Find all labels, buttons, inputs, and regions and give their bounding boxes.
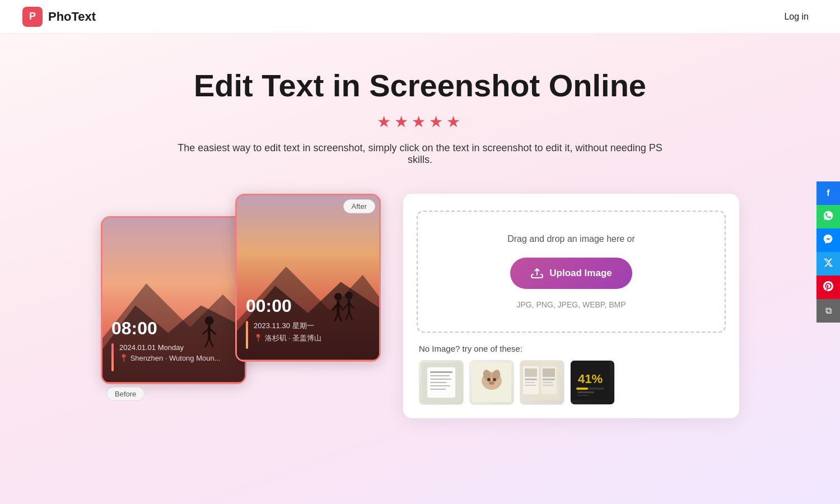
file-types-text: JPG, PNG, JPEG, WEBP, BMP [429, 300, 713, 309]
svg-rect-47 [543, 379, 555, 380]
no-image-label: No Image? try one of these: [419, 344, 724, 353]
svg-rect-43 [525, 379, 537, 380]
pinterest-share-button[interactable] [816, 276, 840, 299]
sample-image-2[interactable] [469, 360, 514, 405]
hero-title: Edit Text in Screenshot Online [194, 67, 646, 104]
svg-rect-30 [430, 385, 450, 386]
logo-area: P PhoText [22, 7, 96, 27]
svg-rect-31 [430, 389, 446, 390]
sample-image-3[interactable] [520, 360, 564, 405]
login-button[interactable]: Log in [775, 7, 818, 26]
rating-stars: ★★★★★ [377, 113, 464, 131]
svg-point-36 [487, 378, 491, 381]
svg-rect-54 [577, 391, 594, 393]
whatsapp-share-button[interactable] [816, 205, 840, 228]
svg-rect-28 [430, 379, 451, 380]
after-date: 2023.11.30 星期一 [254, 321, 321, 331]
navbar: P PhoText Log in [0, 0, 840, 34]
svg-rect-55 [577, 395, 589, 396]
copy-link-button[interactable]: ⧉ [816, 299, 840, 323]
svg-point-38 [489, 381, 494, 385]
after-card: 00:00 2023.11.30 星期一 📍 洛杉矶 · 圣盖博山 [235, 194, 381, 362]
svg-rect-29 [430, 382, 447, 383]
before-label: Before [106, 387, 144, 401]
sample-images-row: 41% [419, 360, 724, 405]
whatsapp-icon [823, 210, 834, 224]
copy-icon: ⧉ [825, 306, 832, 316]
after-time: 00:00 [246, 296, 370, 316]
messenger-share-button[interactable] [816, 228, 840, 252]
cloud-upload-icon [530, 267, 544, 280]
upload-button-label: Upload Image [549, 268, 612, 279]
after-location: 📍 洛杉矶 · 圣盖博山 [254, 333, 321, 343]
twitter-icon [823, 258, 833, 270]
twitter-share-button[interactable] [816, 252, 840, 276]
svg-text:41%: 41% [578, 372, 603, 386]
svg-rect-46 [543, 368, 555, 377]
app-title: PhoText [48, 10, 96, 24]
sample-image-1[interactable] [419, 360, 464, 405]
svg-rect-49 [543, 385, 554, 386]
social-sidebar: f ⧉ [816, 181, 840, 323]
messenger-icon [823, 234, 834, 248]
sample-image-4[interactable]: 41% [570, 360, 615, 405]
svg-rect-27 [430, 375, 450, 376]
svg-rect-26 [430, 371, 452, 373]
facebook-icon: f [827, 188, 829, 198]
before-location: 📍 Shenzhen · Wutong Moun... [119, 354, 221, 362]
before-card: 08:00 2024.01.01 Monday 📍 Shenzhen · Wut… [101, 216, 246, 384]
before-date: 2024.01.01 Monday [119, 343, 221, 352]
facebook-share-button[interactable]: f [816, 181, 840, 205]
pinterest-icon [823, 281, 833, 294]
sample-images-section: No Image? try one of these: [417, 344, 726, 405]
drop-zone-text: Drag and drop an image here or [429, 234, 713, 244]
svg-rect-48 [543, 382, 553, 383]
drop-zone[interactable]: Drag and drop an image here or Upload Im… [417, 211, 726, 333]
hero-subtitle: The easiest way to edit text in screensh… [168, 142, 672, 166]
before-time: 08:00 [111, 318, 236, 339]
upload-box: Drag and drop an image here or Upload Im… [403, 194, 739, 418]
svg-rect-53 [576, 388, 588, 390]
svg-rect-44 [525, 382, 535, 383]
hero-section: Edit Text in Screenshot Online ★★★★★ The… [0, 34, 840, 504]
upload-image-button[interactable]: Upload Image [510, 258, 632, 289]
logo-icon: P [22, 7, 43, 27]
main-content: 08:00 2024.01.01 Monday 📍 Shenzhen · Wut… [101, 194, 739, 418]
svg-rect-42 [525, 368, 537, 377]
svg-point-37 [493, 378, 496, 381]
preview-area: 08:00 2024.01.01 Monday 📍 Shenzhen · Wut… [101, 194, 381, 384]
svg-rect-45 [525, 385, 536, 386]
